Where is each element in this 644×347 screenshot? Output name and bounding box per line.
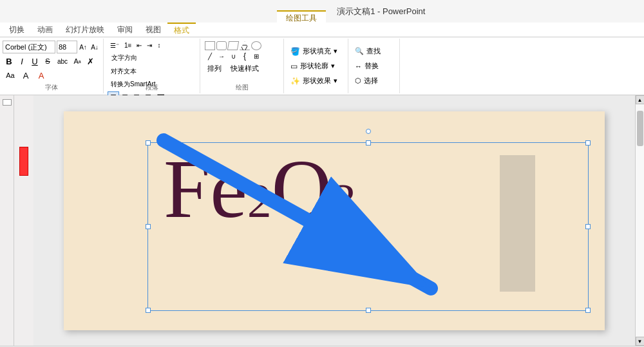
tab-review[interactable]: 审阅 bbox=[111, 23, 139, 37]
highlight-color-button[interactable]: A bbox=[33, 69, 49, 82]
find-icon: 🔍 bbox=[355, 47, 364, 55]
decrease-font-button[interactable]: A↓ bbox=[89, 41, 100, 53]
fill-arrow-icon: ▾ bbox=[334, 47, 337, 55]
tab-qiehuan[interactable]: 切换 bbox=[3, 23, 31, 37]
triangle-shape[interactable]: ▽ bbox=[240, 41, 250, 50]
fill-icon: 🪣 bbox=[290, 47, 300, 56]
scroll-thumb[interactable] bbox=[637, 111, 643, 146]
slide-panel bbox=[0, 95, 14, 346]
handle-br[interactable] bbox=[585, 308, 591, 313]
font-row1: A↑ A↓ bbox=[3, 41, 100, 53]
replace-icon: ↔ bbox=[355, 62, 362, 70]
font-row3: Aa A A bbox=[3, 69, 100, 82]
arrange-row: 排列 快速样式 bbox=[204, 62, 279, 75]
handle-tr[interactable] bbox=[585, 140, 591, 145]
handle-tc[interactable] bbox=[366, 140, 371, 145]
arrange-button[interactable]: 排列 bbox=[204, 62, 225, 75]
more-shapes[interactable]: ⊞ bbox=[251, 52, 261, 61]
slide-thumbnail[interactable] bbox=[3, 99, 12, 106]
font-group: A↑ A↓ B I U S abc Aa ✗ Aa A A 字体 bbox=[0, 39, 104, 93]
scroll-up-button[interactable]: ▲ bbox=[636, 95, 645, 104]
paragraph-group: ☰⁻ 1≡ ⇤ ⇥ ↕ 文字方向 对齐文本 转换为SmartArt ≡ ≡ ≡ … bbox=[104, 39, 200, 93]
effect-arrow-icon: ▾ bbox=[334, 77, 337, 85]
outline-arrow-icon: ▾ bbox=[331, 62, 335, 70]
clear-format-button[interactable]: ✗ bbox=[84, 55, 97, 68]
shape-format-group: 🪣 形状填充 ▾ ▭ 形状轮廓 ▾ ✨ 形状效果 ▾ bbox=[284, 39, 348, 93]
text-direction-button[interactable]: 文字方向 bbox=[108, 52, 141, 64]
slide[interactable]: Fe 2 O 3 bbox=[64, 111, 605, 330]
file-menu-area bbox=[5, 8, 11, 15]
drawing-tools-label: 绘图工具 bbox=[277, 10, 326, 25]
quick-styles-button[interactable]: 快速样式 bbox=[227, 62, 262, 75]
line-shape[interactable]: ╱ bbox=[205, 52, 215, 61]
tab-slideshow[interactable]: 幻灯片放映 bbox=[59, 23, 111, 37]
tab-view[interactable]: 视图 bbox=[139, 23, 167, 37]
paragraph-group-label: 段落 bbox=[104, 83, 200, 92]
decrease-indent-button[interactable]: ⇤ bbox=[134, 41, 144, 50]
para-row2: 文字方向 bbox=[108, 52, 196, 64]
shape-effect-button[interactable]: ✨ 形状效果 ▾ bbox=[289, 75, 343, 87]
bold-button[interactable]: B bbox=[3, 55, 15, 68]
handle-bl[interactable] bbox=[146, 308, 151, 313]
text-cursor-bar bbox=[500, 155, 535, 292]
formula-sub3: 3 bbox=[332, 176, 356, 225]
effect-icon: ✨ bbox=[290, 77, 300, 86]
formula-sub2: 2 bbox=[247, 176, 272, 225]
curve-shape[interactable]: ∪ bbox=[228, 52, 238, 61]
ellipse-shape[interactable] bbox=[251, 41, 261, 50]
numbering-button[interactable]: 1≡ bbox=[122, 41, 134, 50]
shapes-grid: ▽ ╱ → ∪ { ⊞ bbox=[204, 41, 269, 61]
rotate-handle[interactable] bbox=[366, 129, 371, 134]
arrow-shape[interactable]: → bbox=[216, 52, 227, 61]
find-button[interactable]: 🔍 查找 bbox=[354, 45, 394, 57]
drawing-group-label: 绘图 bbox=[200, 83, 283, 92]
doc-title: 演示文稿1 - PowerPoint bbox=[337, 6, 425, 16]
subscript-button[interactable]: abc bbox=[54, 55, 71, 68]
shape-outline-button[interactable]: ▭ 形状轮廓 ▾ bbox=[289, 60, 343, 72]
formula-o: O bbox=[272, 147, 332, 230]
main-area: Fe 2 O 3 ▲ ▼ bbox=[0, 95, 644, 346]
outline-icon: ▭ bbox=[290, 62, 298, 71]
red-indicator bbox=[19, 147, 28, 176]
font-size-input[interactable] bbox=[57, 41, 77, 53]
formula-fe: Fe bbox=[164, 147, 247, 230]
drawing-group: ▽ ╱ → ∪ { ⊞ 排列 快速样式 绘图 bbox=[200, 39, 284, 93]
scroll-down-button[interactable]: ▼ bbox=[636, 337, 645, 346]
rounded-rect-shape[interactable] bbox=[216, 41, 227, 50]
handle-tl[interactable] bbox=[146, 140, 151, 145]
scrollbar-vertical: ▲ ▼ bbox=[635, 95, 644, 346]
align-text-button[interactable]: 对齐文本 bbox=[108, 66, 140, 77]
select-button[interactable]: ⬡ 选择 bbox=[354, 75, 394, 87]
para-row1: ☰⁻ 1≡ ⇤ ⇥ ↕ bbox=[108, 41, 196, 50]
font-name-input[interactable] bbox=[3, 41, 55, 53]
edit-group: 🔍 查找 ↔ 替换 ⬡ 选择 bbox=[348, 39, 400, 93]
italic-button[interactable]: I bbox=[15, 55, 28, 68]
font-color-button[interactable]: A bbox=[18, 69, 33, 82]
quick-access-toolbar bbox=[0, 8, 180, 15]
handle-mr[interactable] bbox=[585, 224, 591, 229]
shape-fill-button[interactable]: 🪣 形状填充 ▾ bbox=[289, 45, 343, 57]
replace-button[interactable]: ↔ 替换 bbox=[354, 60, 394, 72]
tab-donghua[interactable]: 动画 bbox=[31, 23, 59, 37]
bullets-button[interactable]: ☰⁻ bbox=[108, 41, 122, 50]
increase-indent-button[interactable]: ⇥ bbox=[144, 41, 155, 50]
formula-display: Fe 2 O 3 bbox=[164, 147, 356, 230]
underline-button[interactable]: U bbox=[28, 55, 41, 68]
handle-bc[interactable] bbox=[366, 308, 371, 313]
tab-format[interactable]: 格式 bbox=[167, 23, 196, 37]
ribbon-content: A↑ A↓ B I U S abc Aa ✗ Aa A A 字体 ☰⁻ 1≡ ⇤… bbox=[0, 37, 644, 95]
strikethrough-button[interactable]: S bbox=[41, 55, 54, 68]
change-case-button[interactable]: Aa bbox=[3, 69, 18, 82]
line-spacing-button[interactable]: ↕ bbox=[155, 41, 163, 50]
rect-shape[interactable] bbox=[205, 41, 215, 50]
increase-font-button[interactable]: A↑ bbox=[77, 41, 89, 53]
handle-ml[interactable] bbox=[146, 224, 151, 229]
left-margin bbox=[14, 95, 33, 346]
brace-shape[interactable]: { bbox=[240, 52, 250, 61]
para-row3: 对齐文本 bbox=[108, 66, 196, 77]
font-row2: B I U S abc Aa ✗ bbox=[3, 55, 100, 68]
title-area: 绘图工具 演示文稿1 - PowerPoint bbox=[180, 6, 580, 17]
app-header: 绘图工具 演示文稿1 - PowerPoint bbox=[0, 0, 644, 23]
parallelogram-shape[interactable] bbox=[227, 41, 239, 50]
superscript-button[interactable]: Aa bbox=[71, 55, 84, 68]
